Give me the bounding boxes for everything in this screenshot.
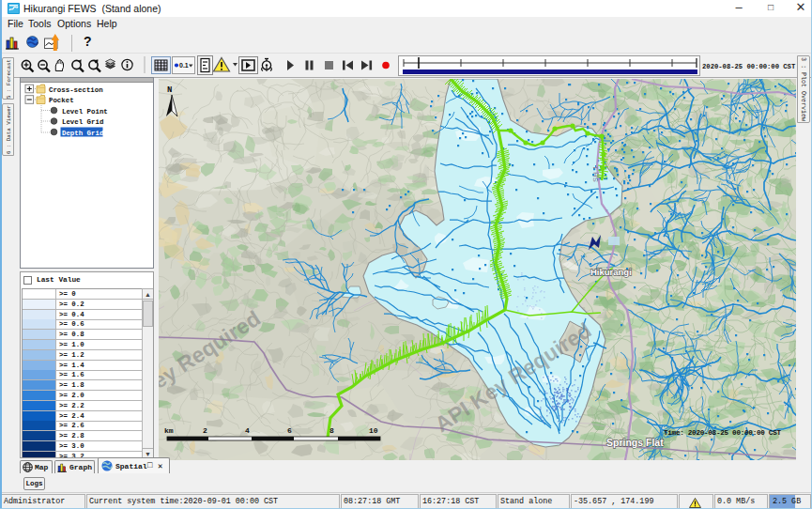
svg-text:Springs Flat: Springs Flat — [606, 437, 664, 448]
svg-text:Time: 2020-08-25 00:00:00 CST: Time: 2020-08-25 00:00:00 CST — [664, 429, 781, 437]
svg-text:Level Grid: Level Grid — [62, 118, 103, 126]
svg-text:0.1: 0.1 — [179, 62, 189, 69]
svg-text:4: 4 — [245, 426, 250, 435]
svg-text:Cross-section: Cross-section — [49, 86, 103, 94]
svg-text:km: km — [164, 426, 174, 435]
svg-text:Level Point: Level Point — [62, 108, 108, 116]
svg-text:Hikurangi: Hikurangi — [590, 267, 632, 277]
svg-text:8: 8 — [329, 426, 334, 435]
svg-text:2: 2 — [203, 426, 207, 435]
svg-text:Pocket: Pocket — [49, 97, 74, 104]
svg-text:6: 6 — [287, 426, 292, 435]
svg-text:SH 1: SH 1 — [591, 165, 600, 182]
svg-text:10: 10 — [369, 426, 378, 435]
svg-text:Depth Grid: Depth Grid — [62, 130, 103, 137]
svg-text:N: N — [167, 85, 172, 95]
